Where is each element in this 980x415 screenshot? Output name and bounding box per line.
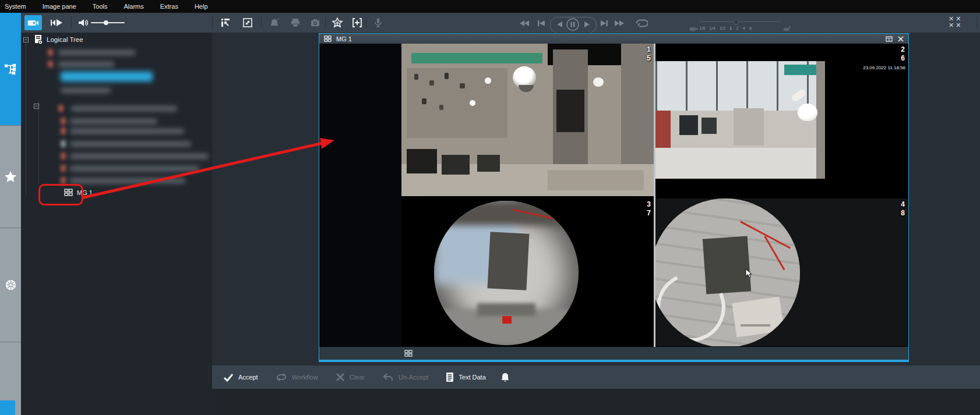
sidebar-rail-spacer: [0, 342, 21, 400]
device-icon: [61, 152, 66, 159]
maximize-icon: [242, 17, 253, 28]
alarm-bell-icon: [269, 17, 280, 28]
device-icon: [48, 61, 53, 68]
image-pane-title-bar[interactable]: MG 1: [319, 34, 908, 44]
sidebar-tab-bookmarks[interactable]: [0, 228, 21, 342]
fisheye-view-3: [434, 201, 579, 345]
tree-item-blurred[interactable]: [21, 127, 207, 136]
alarm-sequence-button[interactable]: [266, 15, 283, 30]
tree-item-blurred[interactable]: [21, 73, 207, 81]
pane-body: 15: [319, 44, 908, 347]
close-all-image-panes-button[interactable]: ✕✕✕✕: [949, 16, 963, 29]
logical-tree-panel: − Logical Tree − MG 1: [21, 33, 212, 415]
clear-x-icon: [336, 373, 345, 382]
tree-root-expander[interactable]: −: [23, 37, 29, 42]
pane-grid-icon: [324, 36, 332, 42]
image-pane-mg1[interactable]: MG 1: [319, 33, 909, 362]
camera-tile-2[interactable]: 26 23.09.2022 11:18:56: [655, 44, 908, 196]
live-video-mode-button[interactable]: [24, 15, 42, 30]
accept-button[interactable]: Accept: [214, 368, 267, 386]
speaker-icon: [77, 18, 89, 27]
tree-item-blurred[interactable]: [21, 105, 207, 113]
document-icon: [446, 372, 454, 382]
tile-1-numbers: 15: [647, 45, 651, 63]
add-bookmark-button[interactable]: [348, 15, 366, 30]
bookmark-burst-icon: [4, 278, 17, 292]
skip-back-icon[interactable]: [519, 20, 530, 27]
tree-item-blurred[interactable]: [21, 140, 207, 148]
toolbar-separator: [977, 17, 977, 29]
restore-layout-icon: [220, 17, 231, 28]
device-icon: [58, 105, 64, 112]
text-data-button[interactable]: Text Data: [437, 368, 494, 386]
tree-item-selected-blurred: [61, 72, 153, 81]
step-forward-icon[interactable]: [584, 21, 590, 28]
pane-layout-icon[interactable]: [886, 36, 893, 42]
tree-item-text-blurred: [70, 166, 199, 171]
restore-layout-button[interactable]: [217, 15, 234, 30]
add-favorite-button[interactable]: [329, 15, 346, 30]
camera-tile-3[interactable]: 37: [401, 198, 654, 346]
tree-item-text-blurred: [70, 141, 191, 147]
tree-item-blurred[interactable]: [21, 118, 207, 126]
speed-slider-track[interactable]: [699, 21, 781, 22]
logical-tree-title: Logical Tree: [47, 36, 83, 43]
tree-item-blurred[interactable]: [21, 165, 207, 173]
print-button[interactable]: [287, 15, 304, 30]
previous-frame-icon[interactable]: [537, 20, 545, 27]
tree-item-text-blurred: [71, 106, 177, 111]
tree-item-blurred[interactable]: [21, 87, 207, 95]
tree-item-text-blurred: [58, 62, 114, 67]
volume-button[interactable]: [75, 15, 92, 30]
workflow-button[interactable]: Workflow: [267, 368, 327, 386]
pane-bottom-bar: [319, 347, 908, 360]
speed-labels: 1/81/41/21248: [699, 26, 752, 31]
menu-image-pane[interactable]: Image pane: [43, 3, 76, 10]
check-icon: [223, 373, 234, 382]
menu-extras[interactable]: Extras: [160, 3, 178, 10]
camera-tile-1[interactable]: 15: [401, 44, 654, 196]
step-back-icon[interactable]: [556, 21, 563, 28]
volume-slider-handle[interactable]: [104, 20, 108, 25]
maximize-pane-button[interactable]: [239, 15, 256, 30]
turtle-icon: [689, 26, 698, 31]
alarm-bell-button[interactable]: [495, 368, 516, 386]
skip-forward-icon[interactable]: [614, 20, 625, 27]
clear-button[interactable]: Clear: [327, 368, 373, 386]
camera-tile-4[interactable]: 48: [655, 198, 908, 346]
loop-icon[interactable]: [634, 18, 648, 29]
status-strip: [212, 389, 980, 415]
speed-slider-handle[interactable]: [733, 19, 739, 25]
tile-2-numbers: 26: [901, 45, 905, 63]
snapshot-button[interactable]: [306, 15, 324, 30]
microphone-button[interactable]: [369, 15, 387, 30]
bracket-plus-icon: [351, 17, 363, 28]
tree-item-blurred[interactable]: [21, 49, 207, 57]
next-frame-icon[interactable]: [600, 20, 608, 27]
tree-item-blurred[interactable]: [21, 152, 207, 161]
camera-snapshot-icon: [310, 17, 320, 28]
instant-playback-button[interactable]: [48, 15, 65, 30]
sidebar-tab-favorites[interactable]: [0, 125, 21, 228]
tree-item-text-blurred: [70, 154, 209, 159]
speed-label-4: 4: [743, 26, 745, 31]
menu-system[interactable]: System: [5, 3, 26, 10]
toolbar-separator: [366, 17, 366, 29]
pane-close-icon[interactable]: [898, 36, 904, 42]
alarm-action-toolbar: Accept Workflow Clear Un-Accept Text Dat…: [212, 366, 980, 389]
sidebar-rail: [0, 13, 21, 415]
menu-help[interactable]: Help: [195, 3, 208, 10]
instant-playback-icon: [50, 18, 64, 27]
tree-item-blurred[interactable]: [21, 61, 207, 69]
tree-item-text-blurred: [70, 129, 184, 134]
rabbit-icon: [783, 26, 792, 31]
unaccept-button[interactable]: Un-Accept: [373, 368, 437, 386]
sidebar-tab-logical-tree[interactable]: [0, 13, 21, 125]
pause-icon[interactable]: [566, 18, 579, 31]
menu-tools[interactable]: Tools: [93, 3, 108, 10]
device-icon: [61, 118, 66, 125]
device-icon: [61, 165, 66, 172]
sidebar-bottom-accent: [0, 400, 15, 415]
menu-alarms[interactable]: Alarms: [124, 3, 143, 10]
layout-2x2-icon[interactable]: [404, 350, 413, 357]
